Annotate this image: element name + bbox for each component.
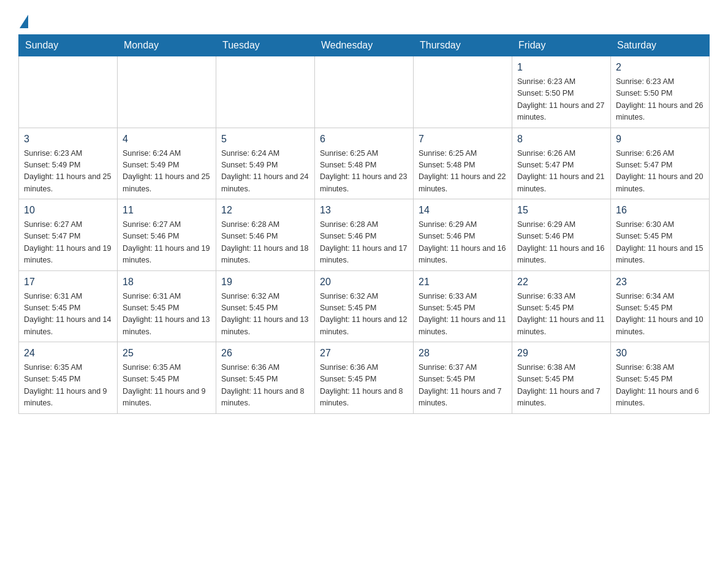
calendar-cell: 15Sunrise: 6:29 AMSunset: 5:46 PMDayligh…	[512, 199, 611, 271]
sun-info-line: Daylight: 11 hours and 7 minutes.	[517, 386, 605, 410]
sun-info: Sunrise: 6:23 AMSunset: 5:50 PMDaylight:…	[616, 76, 704, 124]
sun-info: Sunrise: 6:37 AMSunset: 5:45 PMDaylight:…	[419, 362, 507, 410]
calendar-cell: 14Sunrise: 6:29 AMSunset: 5:46 PMDayligh…	[414, 199, 512, 271]
calendar-cell: 30Sunrise: 6:38 AMSunset: 5:45 PMDayligh…	[611, 342, 710, 414]
day-header-friday: Friday	[512, 35, 611, 56]
calendar-cell: 27Sunrise: 6:36 AMSunset: 5:45 PMDayligh…	[315, 342, 414, 414]
day-number: 21	[419, 275, 507, 289]
calendar-cell: 21Sunrise: 6:33 AMSunset: 5:45 PMDayligh…	[414, 270, 512, 342]
calendar-header-row: SundayMondayTuesdayWednesdayThursdayFrid…	[19, 35, 710, 56]
calendar-cell: 5Sunrise: 6:24 AMSunset: 5:49 PMDaylight…	[216, 128, 315, 199]
sun-info-line: Sunrise: 6:31 AM	[123, 291, 211, 302]
sun-info-line: Sunset: 5:45 PM	[517, 373, 605, 385]
calendar-cell: 25Sunrise: 6:35 AMSunset: 5:45 PMDayligh…	[118, 342, 216, 414]
sun-info-line: Sunrise: 6:36 AM	[221, 362, 309, 373]
sun-info: Sunrise: 6:32 AMSunset: 5:45 PMDaylight:…	[320, 291, 408, 339]
sun-info-line: Daylight: 11 hours and 27 minutes.	[517, 100, 605, 124]
calendar-cell: 8Sunrise: 6:26 AMSunset: 5:47 PMDaylight…	[512, 128, 611, 199]
day-number: 12	[221, 203, 309, 218]
day-number: 8	[517, 132, 605, 147]
calendar-cell: 1Sunrise: 6:23 AMSunset: 5:50 PMDaylight…	[512, 56, 611, 128]
calendar-cell: 28Sunrise: 6:37 AMSunset: 5:45 PMDayligh…	[414, 342, 512, 414]
day-number: 4	[123, 132, 211, 147]
sun-info: Sunrise: 6:34 AMSunset: 5:45 PMDaylight:…	[616, 291, 704, 339]
day-number: 24	[24, 346, 112, 361]
day-number: 30	[616, 346, 704, 361]
sun-info-line: Sunrise: 6:30 AM	[616, 219, 704, 231]
sun-info-line: Sunrise: 6:23 AM	[616, 76, 704, 88]
sun-info-line: Sunset: 5:45 PM	[123, 373, 211, 385]
sun-info-line: Daylight: 11 hours and 11 minutes.	[419, 314, 507, 338]
day-number: 26	[221, 346, 309, 361]
sun-info-line: Sunrise: 6:23 AM	[24, 148, 112, 159]
sun-info-line: Sunset: 5:48 PM	[320, 159, 408, 171]
sun-info: Sunrise: 6:25 AMSunset: 5:48 PMDaylight:…	[320, 148, 408, 196]
day-number: 13	[320, 203, 408, 218]
calendar-cell: 20Sunrise: 6:32 AMSunset: 5:45 PMDayligh…	[315, 270, 414, 342]
sun-info-line: Sunset: 5:45 PM	[24, 373, 112, 385]
sun-info-line: Sunset: 5:47 PM	[517, 159, 605, 171]
sun-info-line: Sunset: 5:45 PM	[517, 302, 605, 314]
day-number: 20	[320, 275, 408, 289]
sun-info-line: Daylight: 11 hours and 18 minutes.	[221, 243, 309, 267]
calendar-cell: 10Sunrise: 6:27 AMSunset: 5:47 PMDayligh…	[19, 199, 118, 271]
sun-info-line: Sunrise: 6:32 AM	[221, 291, 309, 302]
sun-info: Sunrise: 6:36 AMSunset: 5:45 PMDaylight:…	[221, 362, 309, 410]
sun-info-line: Sunrise: 6:35 AM	[24, 362, 112, 373]
day-number: 19	[221, 275, 309, 289]
sun-info-line: Sunrise: 6:34 AM	[616, 291, 704, 302]
calendar-cell: 9Sunrise: 6:26 AMSunset: 5:47 PMDaylight…	[611, 128, 710, 199]
sun-info-line: Sunset: 5:45 PM	[221, 302, 309, 314]
sun-info-line: Daylight: 11 hours and 12 minutes.	[320, 314, 408, 338]
day-number: 10	[24, 203, 112, 218]
day-number: 11	[123, 203, 211, 218]
sun-info-line: Sunset: 5:45 PM	[123, 302, 211, 314]
logo	[18, 12, 28, 28]
sun-info-line: Sunrise: 6:37 AM	[419, 362, 507, 373]
day-number: 22	[517, 275, 605, 289]
calendar-cell: 17Sunrise: 6:31 AMSunset: 5:45 PMDayligh…	[19, 270, 118, 342]
calendar-cell: 29Sunrise: 6:38 AMSunset: 5:45 PMDayligh…	[512, 342, 611, 414]
sun-info-line: Sunrise: 6:29 AM	[517, 219, 605, 231]
page-header	[18, 12, 710, 28]
sun-info-line: Sunrise: 6:38 AM	[616, 362, 704, 373]
day-header-wednesday: Wednesday	[315, 35, 414, 56]
sun-info-line: Sunset: 5:46 PM	[221, 231, 309, 242]
sun-info: Sunrise: 6:25 AMSunset: 5:48 PMDaylight:…	[419, 148, 507, 196]
day-number: 29	[517, 346, 605, 361]
sun-info-line: Daylight: 11 hours and 23 minutes.	[320, 171, 408, 195]
sun-info: Sunrise: 6:29 AMSunset: 5:46 PMDaylight:…	[517, 219, 605, 267]
day-number: 2	[616, 60, 704, 75]
day-number: 9	[616, 132, 704, 147]
calendar-cell: 23Sunrise: 6:34 AMSunset: 5:45 PMDayligh…	[611, 270, 710, 342]
day-number: 27	[320, 346, 408, 361]
sun-info-line: Daylight: 11 hours and 9 minutes.	[24, 386, 112, 410]
sun-info-line: Sunset: 5:47 PM	[24, 231, 112, 242]
sun-info: Sunrise: 6:23 AMSunset: 5:49 PMDaylight:…	[24, 148, 112, 196]
sun-info-line: Sunrise: 6:24 AM	[221, 148, 309, 159]
sun-info: Sunrise: 6:28 AMSunset: 5:46 PMDaylight:…	[221, 219, 309, 267]
sun-info-line: Sunset: 5:49 PM	[24, 159, 112, 171]
day-number: 14	[419, 203, 507, 218]
sun-info: Sunrise: 6:28 AMSunset: 5:46 PMDaylight:…	[320, 219, 408, 267]
sun-info-line: Sunrise: 6:27 AM	[123, 219, 211, 231]
week-row-3: 10Sunrise: 6:27 AMSunset: 5:47 PMDayligh…	[19, 199, 710, 271]
day-number: 7	[419, 132, 507, 147]
sun-info-line: Daylight: 11 hours and 10 minutes.	[616, 314, 704, 338]
sun-info-line: Daylight: 11 hours and 16 minutes.	[517, 243, 605, 267]
sun-info: Sunrise: 6:27 AMSunset: 5:46 PMDaylight:…	[123, 219, 211, 267]
sun-info-line: Sunset: 5:45 PM	[419, 373, 507, 385]
week-row-4: 17Sunrise: 6:31 AMSunset: 5:45 PMDayligh…	[19, 270, 710, 342]
sun-info: Sunrise: 6:27 AMSunset: 5:47 PMDaylight:…	[24, 219, 112, 267]
sun-info-line: Sunrise: 6:24 AM	[123, 148, 211, 159]
sun-info: Sunrise: 6:29 AMSunset: 5:46 PMDaylight:…	[419, 219, 507, 267]
sun-info-line: Sunrise: 6:36 AM	[320, 362, 408, 373]
day-number: 3	[24, 132, 112, 147]
sun-info: Sunrise: 6:23 AMSunset: 5:50 PMDaylight:…	[517, 76, 605, 124]
sun-info-line: Sunset: 5:45 PM	[24, 302, 112, 314]
sun-info-line: Daylight: 11 hours and 20 minutes.	[616, 171, 704, 195]
sun-info-line: Sunset: 5:45 PM	[221, 373, 309, 385]
day-number: 15	[517, 203, 605, 218]
logo-triangle-icon	[20, 15, 28, 28]
sun-info: Sunrise: 6:24 AMSunset: 5:49 PMDaylight:…	[221, 148, 309, 196]
